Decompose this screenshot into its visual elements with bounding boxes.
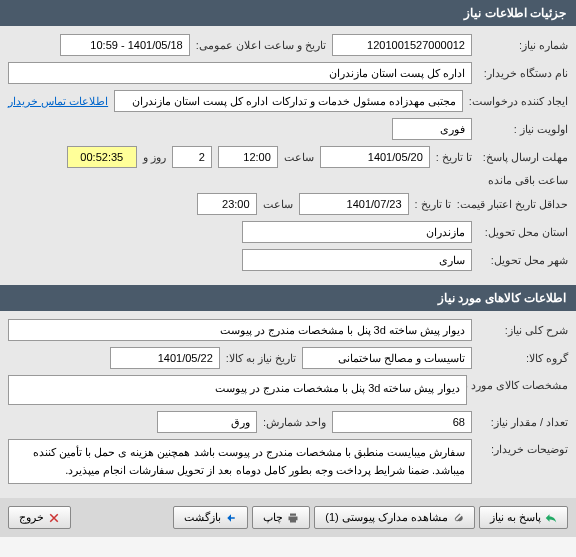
days-count-value: 2 (172, 146, 212, 168)
validity-date-value: 1401/07/23 (299, 193, 409, 215)
group-value: تاسیسات و مصالح ساختمانی (302, 347, 472, 369)
validity-time-value: 23:00 (197, 193, 257, 215)
public-date-label: تاریخ و ساعت اعلان عمومی: (196, 39, 326, 52)
section-header-goods-info: اطلاعات کالاهای مورد نیاز (0, 285, 576, 311)
need-number-label: شماره نیاز: (478, 39, 568, 52)
city-label: شهر محل تحویل: (478, 254, 568, 267)
need-by-value: 1401/05/22 (110, 347, 220, 369)
exit-button-label: خروج (19, 511, 44, 524)
remaining-time-value: 00:52:35 (67, 146, 137, 168)
attachment-icon (452, 512, 464, 524)
validity-label: حداقل تاریخ اعتبار قیمت: (457, 198, 568, 211)
need-number-value: 1201001527000012 (332, 34, 472, 56)
requester-label: ایجاد کننده درخواست: (469, 95, 568, 108)
print-button-label: چاپ (263, 511, 283, 524)
qty-value: 68 (332, 411, 472, 433)
desc-value: دیوار پیش ساخته 3d پنل با مشخصات مندرج د… (8, 319, 472, 341)
days-label: روز و (143, 151, 166, 164)
reply-icon (545, 512, 557, 524)
form-section-goods: شرح کلی نیاز: دیوار پیش ساخته 3d پنل با … (0, 311, 576, 498)
to-date-label-2: تا تاریخ : (415, 198, 451, 211)
deadline-time-value: 12:00 (218, 146, 278, 168)
public-date-value: 1401/05/18 - 10:59 (60, 34, 190, 56)
back-button-label: بازگشت (184, 511, 221, 524)
spec-value: دیوار پیش ساخته 3d پنل با مشخصات مندرج د… (8, 375, 467, 405)
city-value: ساری (242, 249, 472, 271)
qty-label: تعداد / مقدار نیاز: (478, 416, 568, 429)
respond-button-label: پاسخ به نیاز (490, 511, 541, 524)
notes-label: توضیحات خریدار: (478, 439, 568, 456)
group-label: گروه کالا: (478, 352, 568, 365)
spec-label: مشخصات کالای مورد نیاز: (473, 375, 568, 392)
priority-label: اولویت نیاز : (478, 123, 568, 136)
to-date-label-1: تا تاریخ : (436, 151, 472, 164)
need-by-label: تاریخ نیاز به کالا: (226, 352, 296, 365)
priority-value: فوری (392, 118, 472, 140)
buyer-value: اداره کل پست استان مازندران (8, 62, 472, 84)
deadline-label: مهلت ارسال پاسخ: (478, 151, 568, 164)
section-header-need-info: جزئیات اطلاعات نیاز (0, 0, 576, 26)
contact-buyer-link[interactable]: اطلاعات تماس خریدار (8, 95, 108, 108)
print-button[interactable]: چاپ (252, 506, 310, 529)
exit-icon (48, 512, 60, 524)
print-icon (287, 512, 299, 524)
respond-button[interactable]: پاسخ به نیاز (479, 506, 568, 529)
province-label: استان محل تحویل: (478, 226, 568, 239)
province-value: مازندران (242, 221, 472, 243)
remaining-label: ساعت باقی مانده (488, 174, 568, 187)
requester-value: مجتبی مهدزاده مسئول خدمات و تدارکات ادار… (114, 90, 463, 112)
attachments-button-label: مشاهده مدارک پیوستی (1) (325, 511, 448, 524)
button-bar: پاسخ به نیاز مشاهده مدارک پیوستی (1) چاپ… (0, 498, 576, 537)
time-label-1: ساعت (284, 151, 314, 164)
time-label-2: ساعت (263, 198, 293, 211)
exit-button[interactable]: خروج (8, 506, 71, 529)
form-section-need: شماره نیاز: 1201001527000012 تاریخ و ساع… (0, 26, 576, 285)
notes-value: سفارش میبایست منطبق با مشخصات مندرج در پ… (8, 439, 472, 484)
desc-label: شرح کلی نیاز: (478, 324, 568, 337)
deadline-date-value: 1401/05/20 (320, 146, 430, 168)
buyer-label: نام دستگاه خریدار: (478, 67, 568, 80)
back-icon (225, 512, 237, 524)
back-button[interactable]: بازگشت (173, 506, 248, 529)
attachments-button[interactable]: مشاهده مدارک پیوستی (1) (314, 506, 475, 529)
unit-label: واحد شمارش: (263, 416, 326, 429)
unit-value: ورق (157, 411, 257, 433)
